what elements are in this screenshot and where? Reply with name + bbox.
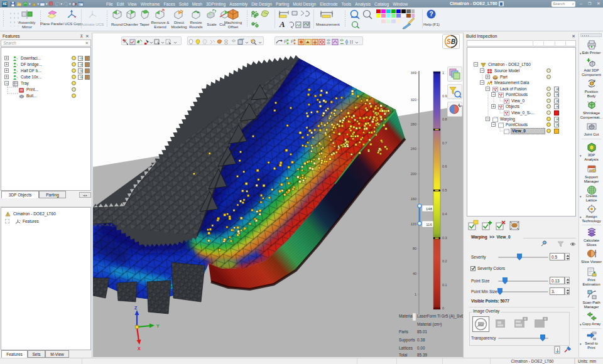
svg-text:0.00: 0.00 — [417, 346, 425, 350]
svg-text:0.2: 0.2 — [442, 259, 447, 263]
svg-text:116: 116 — [426, 223, 432, 227]
svg-text:120: 120 — [411, 222, 416, 226]
svg-text:85.39: 85.39 — [417, 353, 427, 357]
svg-text:Y: Y — [156, 324, 160, 328]
svg-text:280: 280 — [411, 122, 416, 126]
svg-text:0.9: 0.9 — [442, 94, 447, 98]
svg-text:85.01: 85.01 — [417, 329, 427, 334]
svg-text:A: A — [279, 19, 285, 29]
svg-text:80: 80 — [413, 247, 416, 250]
svg-text:0.1: 0.1 — [442, 283, 447, 287]
svg-text:LaserForm Ti Gr5 (A)_Sv6: LaserForm Ti Gr5 (A)_Sv6 — [417, 314, 463, 319]
svg-text:0: 0 — [442, 306, 444, 310]
svg-text:B: B — [451, 38, 455, 45]
svg-text:0.38: 0.38 — [417, 338, 425, 342]
svg-text:0.5: 0.5 — [442, 188, 447, 192]
svg-text:1: 1 — [442, 71, 444, 75]
svg-text:Material (cm³): Material (cm³) — [417, 322, 442, 327]
svg-text:320: 320 — [411, 98, 416, 102]
svg-text:0.7: 0.7 — [442, 141, 447, 145]
svg-text:0.3: 0.3 — [442, 236, 447, 240]
svg-text:?: ? — [429, 11, 433, 18]
svg-text:1: 1 — [415, 292, 416, 296]
svg-text:240: 240 — [411, 147, 416, 151]
svg-text:200: 200 — [411, 172, 416, 176]
svg-text:349: 349 — [411, 71, 416, 75]
svg-text:148: 148 — [426, 207, 433, 211]
svg-text:Total: Total — [399, 353, 408, 357]
svg-text:Parts: Parts — [399, 329, 408, 334]
svg-text:0.4: 0.4 — [442, 212, 447, 216]
svg-text:S: S — [447, 38, 451, 45]
svg-text:40: 40 — [413, 272, 416, 276]
svg-text:Lattices: Lattices — [399, 346, 413, 350]
svg-text:Supports: Supports — [399, 338, 415, 343]
svg-text:160: 160 — [411, 197, 416, 201]
svg-text:Z: Z — [134, 306, 138, 310]
svg-text:0.8: 0.8 — [442, 117, 447, 121]
svg-text:X: X — [138, 346, 141, 351]
svg-text:0.6: 0.6 — [442, 164, 447, 168]
